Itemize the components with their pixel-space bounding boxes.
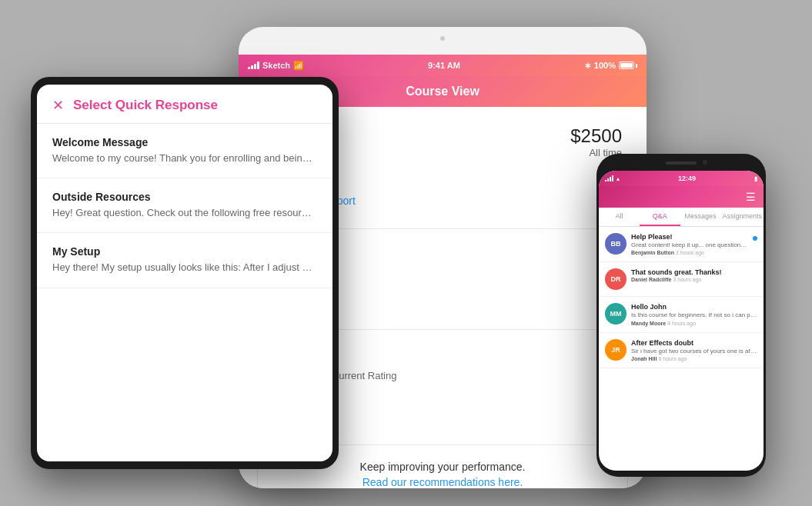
qr-header: ✕ Select Quick Response [37,85,332,124]
time-label: 9:41 AM [428,61,460,70]
filter-icon[interactable]: ☰ [746,191,756,203]
msg-meta-4: Jonah Hill 8 hours ago [631,356,757,361]
message-item-4[interactable]: JR After Effects doubt Sir i have got tw… [599,333,764,368]
qr-item-outside[interactable]: Outside Resources Hey! Great question. C… [37,178,332,233]
message-item-2[interactable]: DR That sounds great. Thanks! Daniel Rad… [599,262,764,297]
qr-item-title: Outside Resources [52,191,317,203]
msg-content-1: Help Please! Great content! keep it up..… [631,233,748,255]
qr-item-title: Welcome Message [52,136,317,148]
phone-header: ☰ [599,186,764,208]
phone-status-bar: ▴ 12:49 ▮ [599,171,764,186]
msg-content-3: Hello John Is this course for beginners.… [631,303,757,325]
qr-item-welcome[interactable]: Welcome Message Welcome to my course! Th… [37,124,332,178]
phone-battery-icon: ▮ [754,175,757,182]
tab-qa[interactable]: Q&A [640,208,680,226]
phone-messages-list: BB Help Please! Great content! keep it u… [599,227,764,468]
phone-signal-area: ▴ [605,175,620,182]
signal-icon [248,62,259,69]
phone-battery-area: ▮ [754,175,757,182]
battery-pct-label: 100% [594,61,616,70]
avatar-mm: MM [605,303,627,325]
phone-speaker [666,161,697,165]
qr-title: Select Quick Response [73,98,218,113]
qr-item-preview: Welcome to my course! Thank you for enro… [52,151,314,165]
qr-item-preview: Hey there! My setup usually looks like t… [52,261,314,275]
msg-title-4: After Effects doubt [631,339,757,347]
wifi-icon: 📶 [293,61,304,71]
recommendations-link[interactable]: Read our recommendations here. [273,476,612,488]
phone-screen: ▴ 12:49 ▮ ☰ All Q&A Messages Assignments… [599,171,764,471]
bluetooth-icon: ∗ [584,61,591,71]
msg-content-2: That sounds great. Thanks! Daniel Radcli… [631,268,757,282]
phone-tabs: All Q&A Messages Assignments [599,208,764,227]
status-bar: Sketch 📶 9:41 AM ∗ 100% [239,55,647,76]
msg-title-1: Help Please! [631,233,748,241]
msg-content-4: After Effects doubt Sir i have got two c… [631,339,757,361]
status-bar-left: Sketch 📶 [248,61,304,71]
battery-icon [619,62,637,69]
message-item-1[interactable]: BB Help Please! Great content! keep it u… [599,227,764,262]
alltime-value: $2500 [570,125,622,147]
avatar-dr: DR [605,268,627,290]
app-name-label: Sketch [262,61,290,70]
tab-assignments[interactable]: Assignments [720,208,764,226]
message-item-3[interactable]: MM Hello John Is this course for beginne… [599,297,764,332]
qr-item-setup[interactable]: My Setup Hey there! My setup usually loo… [37,233,332,288]
home-indicator [440,36,445,41]
close-icon[interactable]: ✕ [52,97,64,114]
phone-device: ▴ 12:49 ▮ ☰ All Q&A Messages Assignments… [596,154,766,477]
unread-dot-1 [753,236,757,241]
avatar-bb: BB [605,233,627,255]
phone-camera [703,160,707,165]
msg-meta-1: Benjamin Button 3 hours ago [631,250,748,255]
status-bar-right: ∗ 100% [584,61,637,71]
phone-time: 12:49 [678,175,696,182]
phone-wifi-icon: ▴ [617,175,620,182]
left-tablet: ✕ Select Quick Response Welcome Message … [31,77,339,469]
qr-item-title: My Setup [52,245,317,258]
msg-title-2: That sounds great. Thanks! [631,268,757,276]
rating-label: Current Rating [332,370,397,381]
avatar-jr: JR [605,339,627,361]
msg-text-1: Great content! keep it up... one questio… [631,241,748,249]
msg-text-3: Is this course for beginners. If not so … [631,311,757,319]
tab-messages[interactable]: Messages [680,208,721,226]
tab-all[interactable]: All [599,208,640,226]
msg-meta-2: Daniel Radcliffe 3 hours ago [631,277,757,282]
msg-text-4: Sir i have got two courses of yours one … [631,348,757,355]
msg-meta-3: Mandy Moore 4 hours ago [631,321,757,326]
qr-item-preview: Hey! Great question. Check out the follo… [52,206,314,220]
nav-title: Course View [406,85,480,98]
phone-signal-icon [605,175,613,181]
quick-response-panel: ✕ Select Quick Response Welcome Message … [37,85,332,461]
msg-title-3: Hello John [631,303,757,311]
